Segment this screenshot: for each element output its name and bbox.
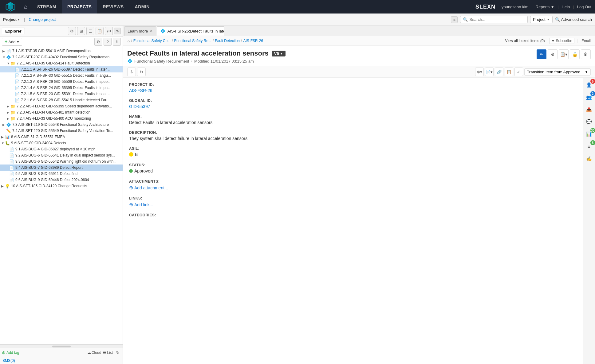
breadcrumb-item-3[interactable]: Fault Detection — [215, 39, 240, 43]
add-link-button[interactable]: ⊕ Add link... — [129, 202, 577, 207]
refresh-button[interactable]: ↻ — [115, 350, 121, 356]
logout-link[interactable]: Log Out — [577, 5, 591, 9]
field-categories: CATEGORIES: — [129, 213, 577, 217]
search-input[interactable] — [469, 17, 525, 22]
signature-button[interactable]: ✍ — [584, 154, 594, 164]
list-item[interactable]: 📄 9.1 AIS-BUG-4 GID-35827 deployed at < … — [0, 146, 123, 152]
close-tab-icon[interactable]: ✕ — [150, 29, 153, 33]
asil-dot — [129, 152, 133, 157]
settings-icon[interactable]: ⚙ — [94, 38, 102, 46]
add-attachment-button[interactable]: ⊕ Add attachment... — [129, 185, 577, 191]
advanced-search-button[interactable]: 🔍 Advanced search — [555, 17, 592, 22]
help-icon[interactable]: ? — [104, 38, 112, 46]
refresh-item-button[interactable]: ↻ — [137, 68, 146, 76]
tab-learn-more[interactable]: Learn more ✕ — [124, 26, 156, 36]
list-item[interactable]: 📄 7.2.1.5 AIS-FSR-20 GID-55391 Detect Fa… — [0, 91, 123, 97]
reports-btn[interactable]: Reports ▼ — [536, 5, 554, 9]
list-item[interactable]: 📄 7.2.1.6 AIS-FSR-28 GID-55415 Handle de… — [0, 97, 123, 103]
help-link[interactable]: Help — [562, 5, 570, 9]
activity-button[interactable]: 📊 30 — [584, 129, 594, 139]
more-actions-button[interactable]: 📋▾ — [559, 49, 569, 59]
breadcrumb-item-2[interactable]: Functional Safety Re... — [174, 39, 211, 43]
subscribe-button[interactable]: ▼ Subscribe — [549, 38, 574, 44]
list-item[interactable]: 📄 9.6 AIS-BUG-9 GID-69446 Defect 2024.06… — [0, 177, 123, 183]
comments-button[interactable]: 👤 5 — [584, 80, 594, 90]
tag-icon[interactable]: 🏷 — [105, 27, 113, 35]
list-item[interactable]: ▶ 📁 7.2.2 AIS-FLD-32 GID-55399 Speed dep… — [0, 103, 123, 109]
bms-label[interactable]: BMS(0) — [0, 357, 123, 364]
nav-reviews[interactable]: REVIEWS — [97, 0, 129, 14]
view-locked-items[interactable]: View all locked items (0) — [505, 39, 545, 43]
add-child-button[interactable]: ⊕▾ — [475, 68, 484, 76]
list-item[interactable]: ▶ 📄 7.1 AIS-TAT-35 GID-55410 ASIE Decomp… — [0, 48, 123, 54]
home-breadcrumb-icon[interactable]: ⌂ — [127, 38, 130, 43]
collapse-left-button[interactable]: » — [114, 28, 121, 34]
breadcrumb-item-1[interactable]: Functional Safety Co... — [133, 39, 171, 43]
list-item[interactable]: ▶ 📊 8 AIS-CMP-51 GID-55551 FMEA — [0, 134, 123, 140]
description-value: They system shall detect failure in late… — [129, 136, 577, 141]
project-label[interactable]: Project ▼ — [3, 17, 20, 22]
add-button[interactable]: + Add ▼ — [2, 38, 22, 46]
tab-label: AIS-FSR-26:Detect Faults in late... — [167, 29, 224, 33]
history-button[interactable]: ≡ 5 — [584, 141, 594, 151]
grid-view-icon[interactable]: ⊞ — [77, 27, 85, 35]
explorer-tab[interactable]: Explorer — [2, 28, 25, 34]
breadcrumb-item-4[interactable]: AIS-FSR-26 — [243, 39, 263, 43]
list-item[interactable]: 📄 7.2.1.2 AIS-FSR-30 GID-55515 Detect Fa… — [0, 72, 123, 79]
document-icon[interactable]: 📋 — [96, 27, 104, 35]
list-item[interactable]: 📄 9.3 AIS-BUG-6 GID-55542 Warning light … — [0, 158, 123, 165]
workflow-button[interactable]: 📥 — [584, 105, 594, 114]
followers-button[interactable]: 👥 2 — [584, 92, 594, 102]
collapse-panel-button[interactable]: « — [451, 16, 458, 23]
list-item[interactable]: 📄 7.2.1.1 AIS-FSR-26 GID-55397 Detect Fa… — [0, 66, 123, 72]
lock-button[interactable]: 🔒 — [570, 49, 580, 59]
tab-ais-fsr-26[interactable]: 💠 AIS-FSR-26:Detect Faults in late... ✕ — [157, 26, 224, 36]
change-project-link[interactable]: Change project — [29, 17, 56, 22]
username[interactable]: youngseon kim — [502, 5, 528, 9]
list-item[interactable]: ▶ 📁 7.2.3 AIS-FLD-34 GID-55401 Infant de… — [0, 109, 123, 115]
collapse-all-button[interactable]: ⇩ — [127, 68, 136, 76]
edit-button[interactable]: ✏ — [537, 49, 546, 59]
list-item[interactable]: ▼ 💠 7.2 AIS-SET-207 GID-49402 Functional… — [0, 54, 123, 60]
list-button[interactable]: ☰ List — [103, 350, 113, 355]
list-item[interactable]: ✏️ 7.4 AIS-SET-220 GID-55549 Functional … — [0, 128, 123, 134]
global-id-value[interactable]: GID-55397 — [129, 104, 577, 109]
copy-item-button[interactable]: 📄▾ — [485, 68, 494, 76]
delete-button[interactable]: 🗑 — [581, 49, 591, 59]
filter-icon[interactable]: ⚙ — [68, 27, 76, 35]
list-item[interactable]: 📄 9.5 AIS-BUG-8 GID-65911 Defect find — [0, 171, 123, 177]
link-button[interactable]: 🔗 — [495, 68, 503, 76]
item-subtitle: 💠 Functional Safety Requirement • Modifi… — [127, 59, 534, 64]
copy-button[interactable]: ⚙ — [548, 49, 558, 59]
move-button[interactable]: 📋 — [505, 68, 513, 76]
left-panel: Explorer ⚙ ⊞ ☰ 📋 🏷 » + Add ▼ ⚙ ? ℹ ▶ — [0, 26, 123, 364]
list-item[interactable]: ▶ 💠 7.3 AIS-SET-219 GID-55548 Functional… — [0, 122, 123, 128]
version-badge[interactable]: V5 ▼ — [272, 51, 286, 56]
history-badge: 5 — [590, 140, 595, 145]
asil-label: ASIL: — [129, 146, 577, 151]
list-item[interactable]: 📄 9.4 AIS-BUG-7 GID-63989 Defect Report — [0, 165, 123, 171]
chat-button[interactable]: 💬 — [584, 117, 594, 127]
info-icon[interactable]: ℹ — [113, 38, 121, 46]
home-icon[interactable]: ⌂ — [20, 4, 32, 10]
transition-select[interactable]: Transition Item from Approved... ▼ — [524, 68, 591, 76]
search-icon: 🔍 — [463, 17, 468, 22]
project-selector[interactable]: Project ▼ — [530, 16, 552, 23]
nav-projects[interactable]: PROJECTS — [62, 0, 97, 14]
approve-button[interactable]: ✓ — [514, 68, 523, 76]
list-view-icon[interactable]: ☰ — [86, 27, 94, 35]
list-item[interactable]: ▼ 🐛 9 AIS-SET-80 GID-34004 Defects — [0, 140, 123, 146]
list-item[interactable]: 📄 7.2.1.3 AIS-FSR-29 GID-55509 Detect Fa… — [0, 79, 123, 85]
list-item[interactable]: ▼ 📁 7.2.1 AIS-FLD-35 GID-55414 Fault Det… — [0, 60, 123, 66]
list-item[interactable]: 📄 9.2 AIS-BUG-6 GID-55541 Delay in dual … — [0, 152, 123, 158]
cloud-button[interactable]: ☁ Cloud — [87, 350, 101, 355]
add-tag-button[interactable]: ⊕ Add tag — [2, 350, 19, 355]
nav-stream[interactable]: STREAM — [32, 0, 62, 14]
list-item[interactable]: ▶ 📁 7.2.4 AIS-FLD-33 GID-55400 ACU monit… — [0, 115, 123, 122]
email-button[interactable]: Email — [581, 39, 591, 43]
list-item[interactable]: 📄 7.2.1.4 AIS-FSR-24 GID-55395 Detect Fa… — [0, 85, 123, 91]
links-label: LINKS: — [129, 196, 577, 200]
project-id-value[interactable]: AIS-FSR-26 — [129, 88, 577, 93]
nav-admin[interactable]: ADMIN — [129, 0, 155, 14]
list-item[interactable]: ▶ 💡 10 AIS-SET-185 GID-34120 Change Requ… — [0, 183, 123, 189]
